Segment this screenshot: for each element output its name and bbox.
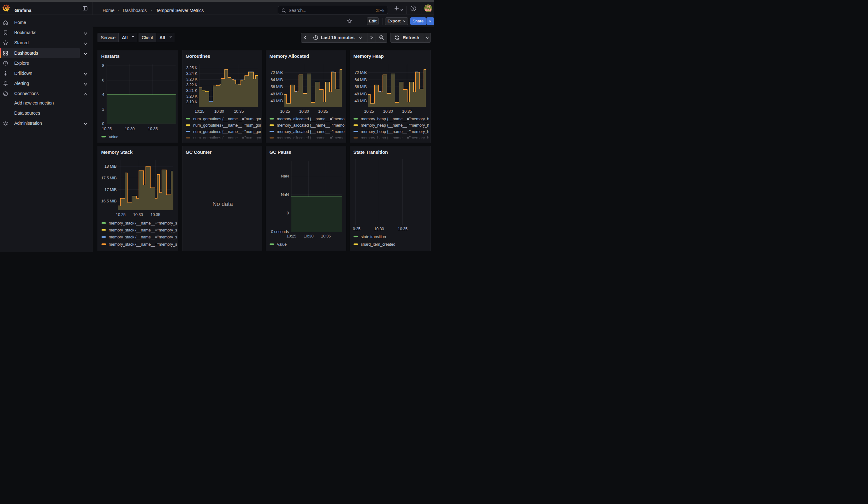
svg-text:num_goroutines {__name__="num_: num_goroutines {__name__="num_gor: [193, 116, 261, 121]
svg-text:0 seconds: 0 seconds: [271, 229, 289, 234]
svg-text:10:35: 10:35: [234, 109, 244, 114]
svg-text:NaN: NaN: [281, 192, 289, 197]
svg-text:memory_stack {__name__="memory: memory_stack {__name__="memory_s: [108, 221, 177, 225]
svg-text:64 MiB: 64 MiB: [270, 78, 283, 82]
svg-text:num_goroutines {__name__="num_: num_goroutines {__name__="num_gor: [193, 129, 261, 134]
svg-text:10:30: 10:30: [214, 109, 224, 114]
svg-text:3.22 K: 3.22 K: [186, 82, 197, 87]
svg-text:3.20 K: 3.20 K: [186, 94, 197, 99]
svg-text:memory_allocated {__name__="me: memory_allocated {__name__="memo: [277, 129, 344, 134]
svg-text:10:25: 10:25: [287, 234, 296, 238]
svg-text:17 MiB: 17 MiB: [104, 187, 117, 192]
svg-text:40 MiB: 40 MiB: [270, 99, 283, 103]
svg-text:10:30: 10:30: [374, 226, 384, 231]
svg-text:10:25: 10:25: [280, 109, 290, 114]
svg-text:72 MiB: 72 MiB: [354, 70, 367, 75]
svg-text:10:35: 10:35: [318, 109, 328, 114]
svg-text:10:35: 10:35: [402, 109, 412, 114]
svg-text:2: 2: [102, 107, 104, 112]
svg-text:8: 8: [102, 63, 104, 68]
svg-text:num_goroutines {__name__="num_: num_goroutines {__name__="num_gor: [193, 123, 261, 127]
svg-text:10:25: 10:25: [194, 109, 204, 114]
svg-text:memory_heap {__name__="memory_: memory_heap {__name__="memory_h: [361, 129, 429, 134]
svg-text:18 MiB: 18 MiB: [104, 164, 117, 169]
svg-text:17.5 MiB: 17.5 MiB: [101, 176, 117, 180]
svg-text:memory_heap {__name__="memory_: memory_heap {__name__="memory_h: [361, 123, 429, 127]
svg-text:4: 4: [102, 92, 104, 97]
svg-text:Value: Value: [277, 242, 287, 247]
svg-text:3.21 K: 3.21 K: [186, 88, 197, 93]
svg-text:0: 0: [102, 121, 104, 126]
svg-text:memory_heap {__name__="memory_: memory_heap {__name__="memory_h: [361, 135, 429, 140]
svg-text:10:30: 10:30: [299, 109, 309, 114]
svg-text:48 MiB: 48 MiB: [270, 92, 283, 96]
svg-text:memory_stack {__name__="memory: memory_stack {__name__="memory_s: [108, 235, 177, 239]
svg-text:10:30: 10:30: [304, 234, 313, 238]
svg-text:memory_stack {__name__="memory: memory_stack {__name__="memory_s: [108, 228, 177, 233]
svg-text:64 MiB: 64 MiB: [354, 78, 367, 82]
svg-text:Value: Value: [108, 134, 118, 139]
svg-text:6: 6: [102, 78, 104, 82]
svg-text:No data: No data: [213, 200, 233, 207]
svg-text:shard_item_created: shard_item_created: [361, 242, 395, 247]
svg-text:10:35: 10:35: [148, 126, 157, 131]
svg-text:72 MiB: 72 MiB: [270, 70, 283, 75]
svg-text:memory_allocated {__name__="me: memory_allocated {__name__="memo: [277, 135, 344, 140]
svg-text:memory_stack {__name__="memory: memory_stack {__name__="memory_s: [108, 242, 177, 247]
svg-text:10:25: 10:25: [364, 109, 374, 114]
svg-text:16.5 MiB: 16.5 MiB: [101, 199, 117, 203]
svg-text:10:25: 10:25: [102, 126, 112, 131]
svg-text:56 MiB: 56 MiB: [270, 84, 283, 89]
svg-text:10:35: 10:35: [321, 234, 331, 238]
svg-text:3.25 K: 3.25 K: [186, 65, 197, 70]
svg-text:40 MiB: 40 MiB: [354, 99, 367, 103]
svg-text:NaN: NaN: [281, 174, 289, 178]
svg-text:10:30: 10:30: [383, 109, 393, 114]
svg-text:3.19 K: 3.19 K: [186, 100, 197, 104]
svg-text:10:25: 10:25: [116, 212, 126, 217]
svg-text:10:30: 10:30: [133, 212, 143, 217]
svg-text:56 MiB: 56 MiB: [354, 84, 367, 89]
svg-text:3.24 K: 3.24 K: [186, 71, 197, 76]
svg-text:10:35: 10:35: [151, 212, 161, 217]
svg-text:10:35: 10:35: [398, 226, 407, 231]
svg-text:memory_allocated {__name__="me: memory_allocated {__name__="memo: [277, 123, 344, 127]
svg-text:10:30: 10:30: [125, 126, 135, 131]
svg-text:state transition: state transition: [361, 234, 386, 239]
svg-text:0: 0: [287, 210, 289, 215]
svg-text:3.23 K: 3.23 K: [186, 77, 197, 81]
svg-text:memory_heap {__name__="memory_: memory_heap {__name__="memory_h: [361, 116, 429, 121]
svg-text:num_goroutines {__name__="num_: num_goroutines {__name__="num_gor: [193, 135, 261, 140]
svg-text:memory_allocated {__name__="me: memory_allocated {__name__="memo: [277, 116, 344, 121]
svg-text:48 MiB: 48 MiB: [354, 92, 367, 96]
